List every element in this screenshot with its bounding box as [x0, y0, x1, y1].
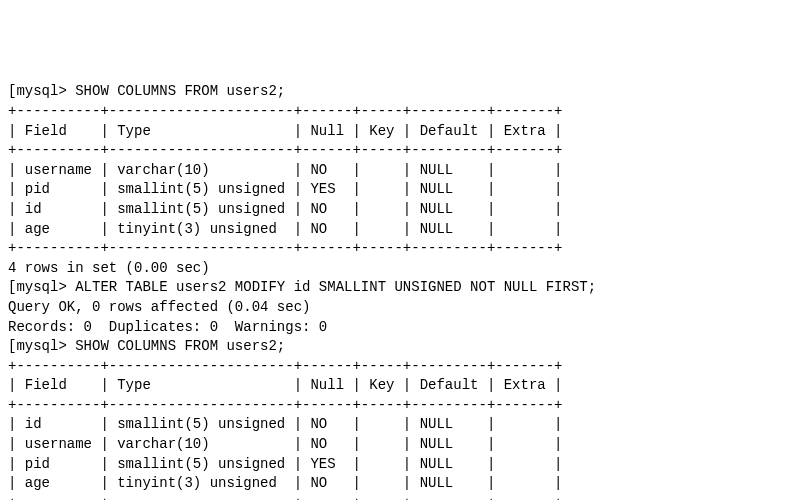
- terminal-output: [mysql> SHOW COLUMNS FROM users2;+------…: [8, 82, 798, 500]
- mysql-command: [mysql> SHOW COLUMNS FROM users2;: [8, 337, 798, 357]
- result-line: Records: 0 Duplicates: 0 Warnings: 0: [8, 318, 798, 338]
- table-row: | pid | smallint(5) unsigned | YES | | N…: [8, 455, 798, 475]
- table-header: | Field | Type | Null | Key | Default | …: [8, 376, 798, 396]
- mysql-command: [mysql> SHOW COLUMNS FROM users2;: [8, 82, 798, 102]
- mysql-command: [mysql> ALTER TABLE users2 MODIFY id SMA…: [8, 278, 798, 298]
- table-row: | username | varchar(10) | NO | | NULL |…: [8, 161, 798, 181]
- table-row: | id | smallint(5) unsigned | NO | | NUL…: [8, 415, 798, 435]
- table-separator: +----------+----------------------+-----…: [8, 141, 798, 161]
- table-separator: +----------+----------------------+-----…: [8, 494, 798, 500]
- result-line: Query OK, 0 rows affected (0.04 sec): [8, 298, 798, 318]
- table-row: | pid | smallint(5) unsigned | YES | | N…: [8, 180, 798, 200]
- table-row: | username | varchar(10) | NO | | NULL |…: [8, 435, 798, 455]
- table-separator: +----------+----------------------+-----…: [8, 102, 798, 122]
- table-separator: +----------+----------------------+-----…: [8, 357, 798, 377]
- table-header: | Field | Type | Null | Key | Default | …: [8, 122, 798, 142]
- table-separator: +----------+----------------------+-----…: [8, 396, 798, 416]
- result-footer: 4 rows in set (0.00 sec): [8, 259, 798, 279]
- table-row: | age | tinyint(3) unsigned | NO | | NUL…: [8, 474, 798, 494]
- table-separator: +----------+----------------------+-----…: [8, 239, 798, 259]
- table-row: | id | smallint(5) unsigned | NO | | NUL…: [8, 200, 798, 220]
- table-row: | age | tinyint(3) unsigned | NO | | NUL…: [8, 220, 798, 240]
